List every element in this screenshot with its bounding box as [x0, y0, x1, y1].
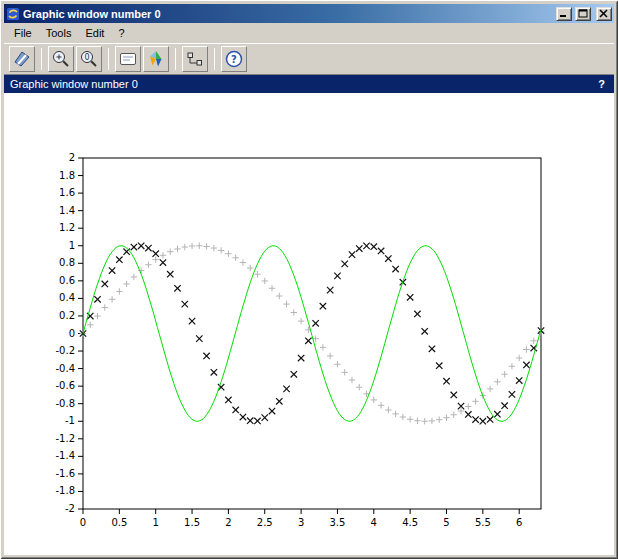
svg-text:-0.8: -0.8 — [55, 398, 75, 409]
svg-text:2: 2 — [69, 152, 75, 163]
svg-text:5.5: 5.5 — [475, 517, 491, 528]
svg-text:0: 0 — [80, 517, 86, 528]
svg-text:-0.2: -0.2 — [55, 345, 75, 356]
svg-text:3: 3 — [298, 517, 304, 528]
maximize-button[interactable] — [575, 7, 591, 21]
svg-text:-1.8: -1.8 — [55, 485, 75, 496]
svg-text:-1: -1 — [65, 415, 75, 426]
toolbar-separator — [41, 48, 42, 70]
minimize-button[interactable] — [556, 7, 572, 21]
toolbar-separator — [108, 48, 109, 70]
svg-text:0.5: 0.5 — [111, 517, 127, 528]
zoom-original-icon: 0 — [79, 49, 99, 69]
edit-figure-icon — [12, 49, 32, 69]
app-window: Graphic window number 0 File Tools Edit … — [0, 0, 618, 559]
zoom-in-icon — [51, 49, 71, 69]
svg-text:1.5: 1.5 — [184, 517, 200, 528]
zoom-in-button[interactable] — [48, 46, 74, 72]
svg-text:0.4: 0.4 — [59, 292, 75, 303]
datatip-icon — [185, 49, 205, 69]
figure-info-bar: Graphic window number 0 ? — [4, 75, 614, 93]
datatip-button[interactable] — [182, 46, 208, 72]
edit-figure-button[interactable] — [9, 46, 35, 72]
figure-title: Graphic window number 0 — [10, 78, 138, 90]
svg-text:4: 4 — [371, 517, 377, 528]
help-icon: ? — [224, 49, 244, 69]
toolbar-separator — [214, 48, 215, 70]
svg-text:5: 5 — [443, 517, 449, 528]
zoom-original-button[interactable]: 0 — [76, 46, 102, 72]
plot-area: 21.81.61.41.210.80.60.40.20-0.2-0.4-0.6-… — [4, 93, 614, 555]
figure-properties-icon — [118, 49, 138, 69]
svg-text:?: ? — [231, 54, 237, 65]
figure-properties-button[interactable] — [115, 46, 141, 72]
svg-text:1: 1 — [69, 240, 75, 251]
svg-text:1.6: 1.6 — [59, 187, 75, 198]
svg-text:-1.2: -1.2 — [55, 433, 75, 444]
svg-text:1.4: 1.4 — [59, 205, 75, 216]
title-bar[interactable]: Graphic window number 0 — [4, 4, 614, 23]
svg-text:4.5: 4.5 — [402, 517, 418, 528]
help-button[interactable]: ? — [221, 46, 247, 72]
svg-text:1.8: 1.8 — [59, 170, 75, 181]
toolbar-separator — [175, 48, 176, 70]
window-title: Graphic window number 0 — [23, 8, 553, 20]
svg-text:2.5: 2.5 — [257, 517, 273, 528]
svg-text:-0.4: -0.4 — [55, 363, 75, 374]
close-icon — [599, 9, 609, 18]
minimize-icon — [559, 9, 569, 18]
menu-help[interactable]: ? — [111, 25, 131, 41]
svg-text:2: 2 — [225, 517, 231, 528]
menu-edit[interactable]: Edit — [78, 25, 111, 41]
app-icon — [6, 7, 20, 21]
svg-text:-0.6: -0.6 — [55, 380, 75, 391]
svg-text:0.6: 0.6 — [59, 275, 75, 286]
rotate-3d-button[interactable] — [143, 46, 169, 72]
svg-text:1: 1 — [153, 517, 159, 528]
svg-text:0.2: 0.2 — [59, 310, 75, 321]
rotate-3d-icon — [146, 49, 166, 69]
maximize-icon — [578, 9, 588, 18]
svg-text:0.8: 0.8 — [59, 257, 75, 268]
chart-svg: 21.81.61.41.210.80.60.40.20-0.2-0.4-0.6-… — [4, 93, 614, 555]
close-button[interactable] — [596, 7, 612, 21]
svg-text:1.2: 1.2 — [59, 222, 75, 233]
svg-text:-1.6: -1.6 — [55, 468, 75, 479]
svg-text:-1.4: -1.4 — [55, 450, 75, 461]
svg-text:0: 0 — [84, 53, 89, 62]
svg-text:3.5: 3.5 — [329, 517, 345, 528]
menu-bar: File Tools Edit ? — [4, 23, 614, 43]
svg-text:-2: -2 — [65, 503, 75, 514]
svg-text:0: 0 — [69, 328, 75, 339]
toolbar: 0 — [4, 43, 614, 75]
infobar-help-button[interactable]: ? — [595, 78, 608, 90]
svg-text:6: 6 — [516, 517, 522, 528]
menu-tools[interactable]: Tools — [39, 25, 79, 41]
menu-file[interactable]: File — [7, 25, 39, 41]
